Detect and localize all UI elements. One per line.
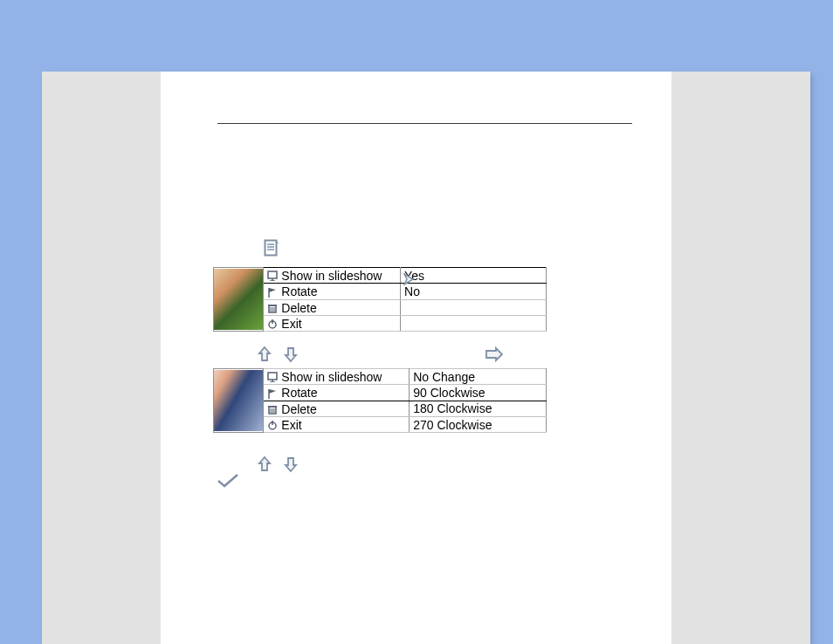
checkmark-icon[interactable] (217, 472, 239, 492)
menu-item-label: Exit (281, 317, 301, 331)
document-paper: Show in slideshow Yes Rotate No Delete (161, 72, 671, 644)
option-label: 180 Clockwise (413, 401, 492, 415)
arrow-up-icon[interactable] (257, 456, 272, 476)
nav-arrows-1 (253, 346, 302, 366)
menu-item-rotate[interactable]: Rotate (264, 284, 401, 299)
menu-item-exit[interactable]: Exit (264, 315, 401, 331)
slideshow-icon (267, 371, 278, 381)
option-270-clockwise[interactable]: 270 Clockwise (410, 416, 547, 432)
option-label: 90 Clockwise (413, 386, 485, 400)
menu-item-delete[interactable]: Delete (264, 299, 401, 315)
svg-rect-0 (265, 241, 277, 256)
menu-item-label: Rotate (281, 387, 317, 401)
option-yes[interactable]: Yes (401, 268, 547, 284)
option-no-change[interactable]: No Change (410, 369, 547, 385)
svg-rect-15 (268, 373, 277, 380)
arrow-up-icon[interactable] (257, 346, 272, 366)
svg-rect-4 (268, 271, 277, 278)
menu-table-2: Show in slideshow No Change Rotate 90 Cl… (213, 368, 547, 433)
power-icon (267, 318, 278, 328)
menu-item-delete[interactable]: Delete (264, 401, 410, 416)
menu-item-label: Show in slideshow (281, 269, 382, 283)
menu-item-label: Delete (281, 402, 316, 416)
option-90-clockwise[interactable]: 90 Clockwise (410, 385, 547, 401)
option-no[interactable]: No (401, 284, 547, 299)
empty-option (401, 299, 547, 315)
option-180-clockwise[interactable]: 180 Clockwise (410, 401, 547, 416)
option-label: 270 Clockwise (413, 418, 492, 432)
arrow-right-icon[interactable] (484, 346, 505, 366)
menu-item-rotate[interactable]: Rotate (264, 385, 410, 401)
page-background: Show in slideshow Yes Rotate No Delete (42, 72, 810, 644)
menu-item-label: Delete (281, 301, 316, 315)
selection-arrow-icon (403, 273, 416, 288)
trash-icon (267, 403, 278, 414)
arrow-down-icon[interactable] (283, 346, 299, 366)
photo-thumbnail-1 (214, 268, 264, 332)
menu-item-show-slideshow[interactable]: Show in slideshow (264, 369, 410, 385)
photo-image-2 (214, 370, 263, 431)
empty-option (401, 315, 547, 331)
arrow-down-icon[interactable] (283, 456, 299, 476)
slideshow-icon (267, 270, 278, 280)
option-label: No Change (413, 370, 475, 384)
trash-icon (267, 302, 278, 312)
flag-icon (267, 286, 278, 297)
nav-arrows-2 (253, 456, 302, 476)
power-icon (267, 419, 278, 429)
menu-item-label: Rotate (281, 285, 317, 299)
flag-icon (267, 387, 278, 398)
horizontal-rule (217, 123, 632, 124)
photo-thumbnail-2 (214, 369, 264, 433)
menu-item-show-slideshow[interactable]: Show in slideshow (264, 268, 401, 284)
menu-table-1: Show in slideshow Yes Rotate No Delete (213, 267, 547, 332)
menu-item-exit[interactable]: Exit (264, 416, 410, 432)
menu-item-label: Exit (281, 418, 301, 432)
menu-item-label: Show in slideshow (281, 370, 382, 384)
photo-image-1 (214, 269, 263, 330)
document-icon (264, 239, 279, 257)
